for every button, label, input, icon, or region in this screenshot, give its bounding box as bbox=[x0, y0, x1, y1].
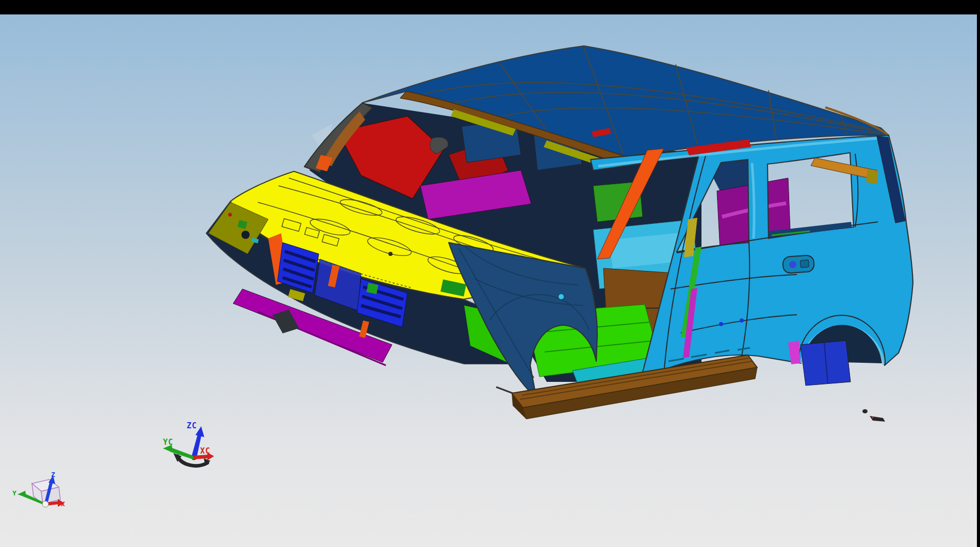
fragment-dot-red bbox=[872, 416, 874, 419]
wcs-x-label: XC bbox=[200, 446, 210, 456]
wcs-y-label: YC bbox=[163, 438, 173, 447]
3d-viewport[interactable]: ZC YC XC Z Y X bbox=[0, 0, 980, 547]
wcs-z-label: ZC bbox=[187, 421, 197, 430]
door-handle[interactable] bbox=[782, 255, 814, 274]
abs-origin-highlight bbox=[43, 502, 45, 504]
door-dot-blue bbox=[719, 322, 723, 326]
door-dot-blue-2 bbox=[740, 318, 744, 323]
abs-z-label: Z bbox=[51, 471, 55, 478]
abs-x-label: X bbox=[61, 500, 65, 508]
abs-y-label: Y bbox=[12, 489, 17, 497]
right-frame-bar bbox=[977, 14, 980, 547]
top-frame-bar bbox=[0, 0, 980, 14]
fender-hole-teal bbox=[559, 294, 564, 299]
headlamp-hole bbox=[241, 231, 250, 239]
nose-marker-red bbox=[228, 213, 232, 217]
abs-origin-sphere bbox=[42, 501, 48, 507]
quarter-bracket-olive bbox=[866, 169, 878, 184]
